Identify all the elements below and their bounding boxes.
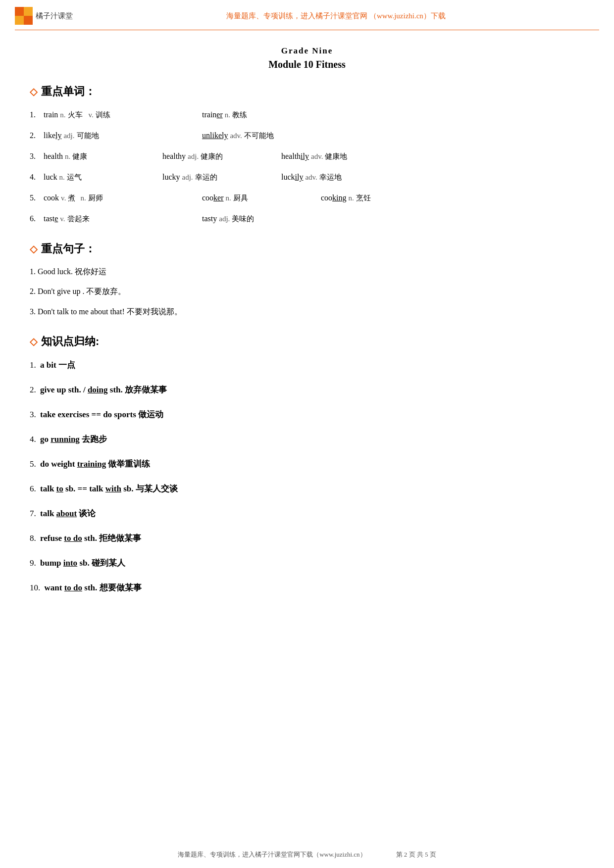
- svg-rect-2: [15, 16, 24, 25]
- knowledge-item-2: 2. give up sth. / doing sth. 放弃做某事: [30, 382, 584, 398]
- grade-line: Grade Nine: [30, 46, 584, 56]
- sentences-section: ◇ 重点句子： 1. Good luck. 祝你好运 2. Don't give…: [30, 241, 584, 319]
- vocab-row-4: 4. luck n. 运气 lucky adj. 幸运的 luckily adv: [30, 169, 584, 185]
- footer-page: 第 2 页 共 5 页: [396, 850, 436, 859]
- svg-rect-3: [24, 16, 33, 25]
- sentences-title: ◇ 重点句子：: [30, 241, 584, 256]
- vocab-cell: cooker n. 厨具: [202, 190, 321, 206]
- sentences-title-text: 重点句子：: [41, 241, 96, 256]
- header: 橘子汁课堂 海量题库、专项训练，进入橘子汁课堂官网 （www.juzizhi.c…: [0, 0, 614, 30]
- vocab-row-3: 3. health n. 健康 healthy adj. 健康的 healthi…: [30, 148, 584, 164]
- knowledge-item-3: 3. take exercises == do sports 做运动: [30, 406, 584, 423]
- logo-area: 橘子汁课堂: [15, 7, 73, 25]
- vocab-cell: lucky adj. 幸运的: [162, 169, 281, 185]
- vocab-cell: trainer n. 教练: [202, 107, 301, 123]
- footer-slogan: 海量题库、专项训练，进入橘子汁课堂官网下载（www.juzizhi.cn）: [178, 850, 366, 859]
- vocab-cell: healthily adv. 健康地: [281, 148, 380, 164]
- knowledge-title: ◇ 知识点归纳:: [30, 334, 584, 349]
- vocab-cell: unlikely adv. 不可能地: [202, 128, 301, 144]
- knowledge-item-10: 10. want to do sth. 想要做某事: [30, 579, 584, 596]
- knowledge-section: ◇ 知识点归纳: 1. a bit 一点 2. give up sth. / d…: [30, 334, 584, 596]
- knowledge-item-5: 5. do weight training 做举重训练: [30, 456, 584, 473]
- vocab-row-5: 5. cook v. 煮 n. 厨师 cooker n. 厨具: [30, 190, 584, 206]
- knowledge-item-6: 6. talk to sb. == talk with sb. 与某人交谈: [30, 481, 584, 497]
- logo-text: 橘子汁课堂: [36, 11, 73, 21]
- vocab-cell: luckily adv. 幸运地: [281, 169, 380, 185]
- knowledge-item-4: 4. go running 去跑步: [30, 431, 584, 448]
- svg-rect-1: [24, 7, 33, 16]
- footer: 海量题库、专项训练，进入橘子汁课堂官网下载（www.juzizhi.cn） 第 …: [0, 850, 614, 859]
- diamond-icon: ◇: [30, 336, 37, 347]
- vocab-cell: taste v. 尝起来: [44, 211, 202, 227]
- footer-inner: 海量题库、专项训练，进入橘子汁课堂官网下载（www.juzizhi.cn） 第 …: [0, 850, 614, 859]
- vocab-row-6: 6. taste v. 尝起来 tasty adj. 美味的: [30, 211, 584, 227]
- vocab-cell: likely adj. 可能地: [44, 128, 202, 144]
- knowledge-item-9: 9. bump into sb. 碰到某人: [30, 555, 584, 572]
- vocab-row-1: 1. train n. 火车 v. 训练 trainer n. 教练: [30, 107, 584, 123]
- page-wrapper: 橘子汁课堂 海量题库、专项训练，进入橘子汁课堂官网 （www.juzizhi.c…: [0, 0, 614, 868]
- vocab-title: ◇ 重点单词：: [30, 84, 584, 99]
- svg-rect-0: [15, 7, 24, 16]
- sentence-row-2: 2. Don't give up . 不要放弃。: [30, 284, 584, 299]
- sentence-row-3: 3. Don't talk to me about that! 不要对我说那。: [30, 304, 584, 319]
- vocab-cell: train n. 火车 v. 训练: [44, 107, 202, 123]
- knowledge-item-8: 8. refuse to do sth. 拒绝做某事: [30, 530, 584, 547]
- vocab-cell: health n. 健康: [44, 148, 162, 164]
- knowledge-title-text: 知识点归纳:: [41, 334, 99, 349]
- vocab-row-2: 2. likely adj. 可能地 unlikely adv. 不可能地: [30, 128, 584, 144]
- vocab-cell: healthy adj. 健康的: [162, 148, 281, 164]
- vocab-cell-cooking: cooking n. 烹饪: [321, 190, 420, 206]
- knowledge-item-1: 1. a bit 一点: [30, 357, 584, 374]
- vocab-title-text: 重点单词：: [41, 84, 96, 99]
- knowledge-item-7: 7. talk about 谈论: [30, 505, 584, 522]
- logo-icon: [15, 7, 33, 25]
- header-slogan: 海量题库、专项训练，进入橘子汁课堂官网 （www.juzizhi.cn）下载: [73, 11, 599, 21]
- diamond-icon: ◇: [30, 243, 37, 255]
- main-content: Grade Nine Module 10 Fitness ◇ 重点单词： 1. …: [0, 30, 614, 636]
- vocab-cell: tasty adj. 美味的: [202, 211, 301, 227]
- module-line: Module 10 Fitness: [30, 59, 584, 70]
- diamond-icon: ◇: [30, 86, 37, 97]
- sentence-row-1: 1. Good luck. 祝你好运: [30, 264, 584, 279]
- vocab-cell: luck n. 运气: [44, 169, 162, 185]
- vocab-section: ◇ 重点单词： 1. train n. 火车 v. 训练 trainer: [30, 84, 584, 227]
- vocab-cell: cook v. 煮 n. 厨师: [44, 190, 202, 206]
